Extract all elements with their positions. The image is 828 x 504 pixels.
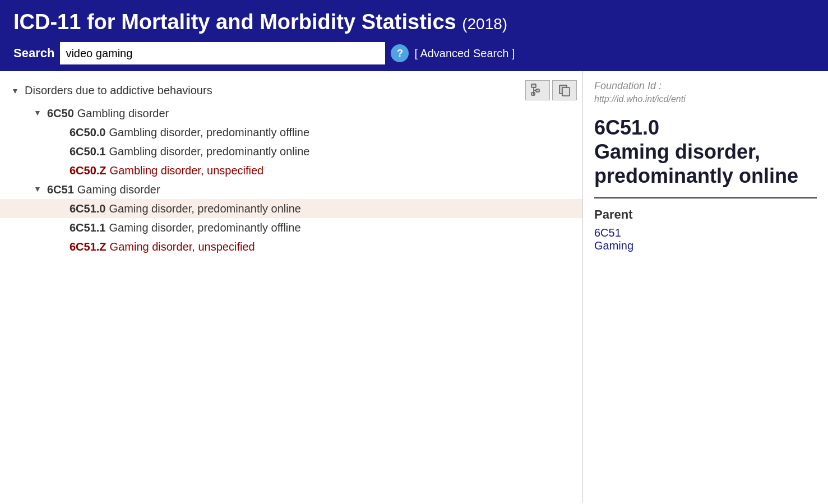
text-6c51: Gaming disorder	[77, 182, 160, 197]
main-content: ▼ Disorders due to addictive behaviours	[0, 71, 828, 502]
code-6c50-1: 6C50.1	[70, 144, 106, 159]
title-main: ICD-11 for Mortality and Morbidity Stati…	[13, 10, 456, 34]
code-6c51-z: 6C51.Z	[70, 239, 107, 255]
text-6c51-z: Gaming disorder, unspecified	[110, 239, 255, 255]
svg-rect-0	[531, 84, 536, 87]
tree-item-6c51-1[interactable]: 6C51.1 Gaming disorder, predominantly of…	[0, 218, 582, 237]
code-6c50: 6C50	[47, 105, 74, 121]
parent-label: Parent	[594, 207, 817, 222]
spacer-icon	[56, 144, 67, 146]
hierarchy-view-button[interactable]	[525, 80, 550, 100]
tree-item-6c50[interactable]: ▼ 6C50 Gambling disorder	[0, 104, 582, 123]
detail-divider	[594, 197, 817, 198]
search-row: Search ? [ Advanced Search ]	[13, 42, 815, 64]
app-title: ICD-11 for Mortality and Morbidity Stati…	[13, 10, 815, 34]
title-year: (2018)	[462, 15, 507, 33]
entity-code: 6C51.0	[594, 116, 659, 139]
app-header: ICD-11 for Mortality and Morbidity Stati…	[0, 0, 828, 71]
text-6c50-0: Gambling disorder, predominantly offline	[109, 124, 310, 140]
advanced-search-link[interactable]: [ Advanced Search ]	[414, 47, 515, 60]
help-icon[interactable]: ?	[391, 44, 409, 62]
entity-name: Gaming disorder, predominantly online	[594, 140, 798, 187]
svg-rect-1	[536, 89, 539, 92]
tree-item-6c50-1[interactable]: 6C50.1 Gambling disorder, predominantly …	[0, 142, 582, 161]
tree-item-6c50-0[interactable]: 6C50.0 Gambling disorder, predominantly …	[0, 123, 582, 142]
tree-item-6c51[interactable]: ▼ 6C51 Gaming disorder	[0, 180, 582, 199]
text-6c51-0: Gaming disorder, predominantly online	[109, 201, 301, 216]
svg-rect-6	[562, 87, 570, 96]
tree-icon-buttons	[525, 80, 577, 100]
code-6c50-0: 6C50.0	[70, 124, 106, 140]
text-6c50: Gambling disorder	[77, 105, 169, 121]
spacer-icon	[56, 220, 67, 222]
code-6c50-z: 6C50.Z	[70, 163, 107, 178]
root-item-label: Disorders due to addictive behaviours	[25, 82, 212, 98]
tree-panel[interactable]: ▼ Disorders due to addictive behaviours	[0, 71, 583, 502]
spacer-icon	[56, 239, 67, 241]
code-6c51-1: 6C51.1	[70, 220, 106, 235]
spacer-icon	[56, 163, 67, 165]
tree-item-6c51-0[interactable]: 6C51.0 Gaming disorder, predominantly on…	[0, 199, 582, 218]
tree-item-6c50-z[interactable]: 6C50.Z Gambling disorder, unspecified	[0, 161, 582, 180]
text-6c51-1: Gaming disorder, predominantly offline	[109, 220, 301, 235]
spacer-icon	[56, 201, 67, 203]
search-input[interactable]	[60, 42, 385, 64]
entity-title: 6C51.0 Gaming disorder, predominantly on…	[594, 115, 817, 188]
code-6c51-0: 6C51.0	[70, 201, 106, 216]
hierarchy-icon	[531, 84, 544, 97]
search-label: Search	[13, 46, 54, 61]
code-6c51: 6C51	[47, 182, 74, 197]
parent-code: 6C51	[594, 226, 621, 239]
foundation-id-url: http://id.who.int/icd/enti	[594, 94, 817, 104]
parent-link-row: 6C51 Gaming	[594, 226, 817, 252]
svg-rect-2	[531, 93, 535, 95]
chevron-icon: ▼	[11, 84, 22, 97]
text-6c50-1: Gambling disorder, predominantly online	[109, 144, 310, 159]
parent-link[interactable]: 6C51 Gaming	[594, 226, 633, 252]
chevron-6c50-icon: ▼	[34, 105, 45, 119]
parent-name: Gaming	[594, 239, 633, 252]
text-6c50-z: Gambling disorder, unspecified	[110, 163, 264, 178]
spacer-icon	[56, 124, 67, 127]
foundation-id-label: Foundation Id :	[594, 80, 817, 92]
chevron-6c51-icon: ▼	[34, 182, 45, 195]
copy-button[interactable]	[552, 80, 577, 100]
tree-item-6c51-z[interactable]: 6C51.Z Gaming disorder, unspecified	[0, 237, 582, 256]
copy-icon	[558, 84, 571, 97]
detail-panel: Foundation Id : http://id.who.int/icd/en…	[583, 71, 828, 502]
tree-root-item[interactable]: ▼ Disorders due to addictive behaviours	[0, 77, 582, 104]
